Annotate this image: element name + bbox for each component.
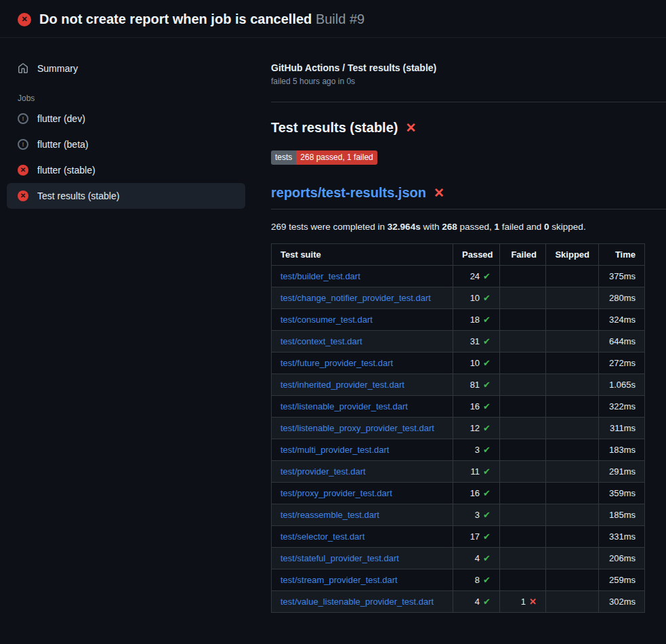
skipped-cell (546, 396, 599, 418)
count-value: 4 (475, 553, 480, 563)
skipped-cell (546, 331, 599, 353)
time-cell: 324ms (599, 309, 645, 331)
suite-cell: test/proxy_provider_test.dart (272, 483, 453, 504)
table-row: test/inherited_provider_test.dart 81✔ 1.… (272, 374, 645, 396)
skipped-cell (546, 591, 599, 613)
test-suite-link[interactable]: test/stream_provider_test.dart (280, 575, 398, 585)
check-icon: ✔ (483, 445, 491, 455)
results-summary-text: 269 tests were completed in 32.964s with… (271, 222, 644, 232)
test-suite-link[interactable]: test/consumer_test.dart (280, 315, 373, 325)
skipped-cell (546, 309, 599, 331)
passed-cell: 10✔ (453, 353, 500, 374)
time-cell: 311ms (599, 418, 645, 439)
check-icon: ✔ (483, 293, 491, 303)
failed-cell (500, 396, 546, 418)
test-suite-link[interactable]: test/listenable_provider_test.dart (280, 401, 408, 411)
test-suite-link[interactable]: test/provider_test.dart (280, 466, 366, 477)
table-row: test/stateful_provider_test.dart 4✔ 206m… (272, 548, 645, 569)
summary-segment: skipped. (549, 222, 586, 232)
skipped-cell (546, 439, 599, 461)
time-cell: 259ms (599, 569, 645, 591)
sidebar-item-test-results-stable[interactable]: ✕ Test results (stable) (7, 183, 245, 209)
suite-cell: test/multi_provider_test.dart (272, 439, 453, 461)
count-value: 8 (475, 575, 480, 585)
skipped-cell (546, 548, 599, 569)
sidebar-item-flutter-beta[interactable]: ! flutter (beta) (7, 132, 245, 157)
sidebar-item-flutter-dev[interactable]: ! flutter (dev) (7, 106, 245, 132)
sidebar-item-summary[interactable]: Summary (7, 56, 245, 81)
test-suite-link[interactable]: test/change_notifier_provider_test.dart (280, 293, 431, 303)
time-cell: 206ms (599, 548, 645, 569)
test-suite-link[interactable]: test/context_test.dart (280, 336, 362, 346)
test-suite-link[interactable]: test/builder_test.dart (280, 271, 360, 281)
passed-cell: 11✔ (453, 461, 500, 483)
suite-cell: test/listenable_proxy_provider_test.dart (272, 418, 453, 439)
sidebar-item-flutter-stable[interactable]: ✕ flutter (stable) (7, 157, 245, 183)
page-title: Do not create report when job is cancell… (39, 12, 365, 27)
count-value: 16 (470, 401, 480, 411)
count-value: 16 (470, 488, 480, 498)
failed-cell (500, 569, 546, 591)
time-cell: 644ms (599, 331, 645, 353)
suite-cell: test/listenable_provider_test.dart (272, 396, 453, 418)
col-header-skipped: Skipped (546, 244, 599, 266)
test-suite-link[interactable]: test/selector_test.dart (280, 531, 365, 542)
test-suite-link[interactable]: test/value_listenable_provider_test.dart (280, 597, 434, 607)
time-cell: 375ms (599, 266, 645, 287)
suite-cell: test/builder_test.dart (272, 266, 453, 287)
badge-label: tests (271, 150, 296, 165)
suite-cell: test/stream_provider_test.dart (272, 569, 453, 591)
test-suite-link[interactable]: test/multi_provider_test.dart (280, 445, 389, 455)
time-cell: 272ms (599, 353, 645, 374)
test-suite-link[interactable]: test/listenable_proxy_provider_test.dart (280, 423, 434, 433)
summary-segment: 32.964s (388, 222, 421, 232)
divider (271, 102, 666, 102)
count-value: 10 (470, 358, 480, 368)
failed-cell (500, 439, 546, 461)
summary-segment: passed, (457, 222, 495, 232)
check-icon: ✔ (483, 575, 491, 585)
time-cell: 291ms (599, 461, 645, 483)
suite-cell: test/provider_test.dart (272, 461, 453, 483)
passed-cell: 16✔ (453, 396, 500, 418)
test-suite-link[interactable]: test/future_provider_test.dart (280, 358, 393, 368)
summary-segment: 0 (544, 222, 549, 232)
test-suite-link[interactable]: test/stateful_provider_test.dart (280, 553, 399, 563)
count-value: 3 (475, 445, 480, 455)
col-header-passed: Passed (453, 244, 500, 266)
table-row: test/provider_test.dart 11✔ 291ms (272, 461, 645, 483)
count-value: 1 (521, 597, 526, 607)
tests-status-badge: tests 268 passed, 1 failed (271, 150, 377, 165)
test-suite-link[interactable]: test/reassemble_test.dart (280, 510, 379, 520)
passed-cell: 12✔ (453, 418, 500, 439)
suite-cell: test/consumer_test.dart (272, 309, 453, 331)
check-icon: ✔ (483, 466, 491, 477)
time-cell: 302ms (599, 591, 645, 613)
check-icon: ✔ (483, 380, 491, 390)
run-status-line: failed 5 hours ago in 0s (271, 77, 644, 86)
passed-cell: 24✔ (453, 266, 500, 287)
table-row: test/future_provider_test.dart 10✔ 272ms (272, 353, 645, 374)
skipped-cell (546, 353, 599, 374)
test-suite-link[interactable]: test/proxy_provider_test.dart (280, 488, 392, 498)
failed-x-icon: ✕ (405, 121, 416, 134)
time-cell: 183ms (599, 439, 645, 461)
failed-cell (500, 266, 546, 287)
neutral-circle-icon: ! (18, 113, 28, 124)
breadcrumb[interactable]: GitHub Actions / Test results (stable) (271, 62, 644, 73)
sidebar: Summary Jobs ! flutter (dev) ! flutter (… (0, 38, 252, 209)
table-row: test/listenable_proxy_provider_test.dart… (272, 418, 645, 439)
check-icon: ✔ (483, 358, 491, 368)
section-title-text: Test results (stable) (271, 120, 398, 136)
test-suite-link[interactable]: test/inherited_provider_test.dart (280, 380, 404, 390)
check-icon: ✔ (483, 423, 491, 433)
passed-cell: 4✔ (453, 591, 500, 613)
results-table-body: test/builder_test.dart 24✔ 375ms test/ch… (272, 266, 645, 613)
report-file-link[interactable]: reports/test-results.json (271, 185, 426, 201)
x-circle-icon: ✕ (18, 13, 31, 26)
check-section-title: Test results (stable) ✕ (271, 120, 644, 136)
summary-segment: with (421, 222, 442, 232)
failed-cell (500, 309, 546, 331)
failed-cell (500, 331, 546, 353)
main-content: GitHub Actions / Test results (stable) f… (252, 38, 666, 613)
